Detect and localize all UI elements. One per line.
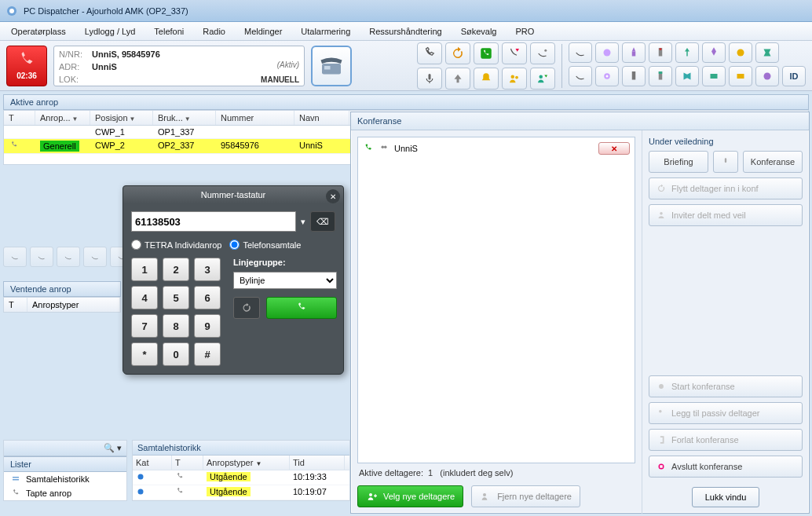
phone-icon [10, 489, 21, 498]
grid-tool-5[interactable] [675, 42, 699, 63]
briefing-button[interactable]: Briefing [649, 151, 708, 173]
grid-tool-7[interactable] [729, 42, 752, 63]
hist-col-type[interactable]: Anropstyper ▼ [203, 456, 290, 470]
invite-participant-button[interactable]: Inviter delt med veil [649, 204, 803, 226]
dialer-number-input[interactable] [131, 211, 296, 232]
grid-tool-11[interactable] [622, 66, 646, 86]
hist-col-kat[interactable]: Kat [133, 456, 172, 470]
waiting-col-type[interactable]: Anropstyper [27, 298, 120, 312]
col-anrop[interactable]: Anrop...▼ [35, 111, 90, 125]
call-info-row: 02:36 N/NR:UnniS, 95845976 ADR:UnniS LOK… [0, 41, 812, 91]
grid-tool-14[interactable] [702, 66, 726, 86]
strip-btn-3[interactable] [57, 247, 80, 267]
tool-bell[interactable] [474, 68, 499, 90]
key-5[interactable]: 5 [163, 286, 189, 309]
dialer-refresh[interactable] [233, 297, 260, 319]
key-4[interactable]: 4 [131, 286, 158, 309]
end-conference-button[interactable]: Avslutt konferanse [649, 456, 803, 478]
menu-lydlogg[interactable]: Lydlogg / Lyd [79, 25, 142, 38]
key-9[interactable]: 9 [194, 314, 221, 338]
add-passive-button[interactable]: Legg til passiv deltager [649, 402, 803, 424]
close-window-button[interactable]: Lukk vindu [692, 487, 760, 507]
participant-row[interactable]: UnniS ✕ [361, 141, 631, 156]
grid-tool-3[interactable] [622, 42, 646, 63]
col-navn[interactable]: Navn [294, 111, 349, 125]
key-2[interactable]: 2 [163, 258, 189, 281]
menu-ressurs[interactable]: Ressurshåndtering [363, 25, 448, 38]
dialer-backspace[interactable]: ⌫ [310, 211, 335, 232]
grid-tool-4[interactable] [649, 42, 672, 63]
remove-participant[interactable]: ✕ [598, 142, 630, 155]
col-pos[interactable]: Posisjon▼ [90, 111, 153, 125]
phone-icon [9, 141, 20, 150]
key-0[interactable]: 0 [163, 342, 189, 366]
id-button[interactable]: ID [782, 66, 806, 86]
caller-nnr: UnniS, 95845976 [92, 48, 160, 60]
linegroup-select[interactable]: Bylinje [233, 272, 337, 289]
menu-radio[interactable]: Radio [196, 25, 232, 38]
menu-pro[interactable]: PRO [509, 25, 540, 38]
grid-tool-13[interactable] [675, 66, 699, 86]
history-row[interactable]: Utgående 10:19:07 [133, 485, 349, 500]
tool-up[interactable] [445, 68, 470, 90]
strip-btn-2[interactable] [30, 247, 53, 267]
grid-tool-16[interactable] [755, 66, 779, 86]
menu-telefoni[interactable]: Telefoni [148, 25, 190, 38]
konferanse-button[interactable]: Konferanse [743, 151, 803, 173]
dialer-close-button[interactable]: ✕ [326, 189, 340, 203]
mic-button[interactable] [713, 151, 738, 173]
active-call-badge[interactable]: 02:36 [6, 46, 47, 86]
menu-utalarmering[interactable]: Utalarmering [294, 25, 357, 38]
tool-phone-hand[interactable] [530, 42, 555, 64]
key-hash[interactable]: # [194, 342, 221, 366]
key-1[interactable]: 1 [131, 258, 158, 281]
history-row[interactable]: Utgående 10:19:33 [133, 470, 349, 485]
grid-tool-12[interactable] [649, 66, 672, 86]
key-6[interactable]: 6 [194, 286, 221, 309]
grid-tool-8[interactable] [755, 42, 779, 63]
menu-sokevalg[interactable]: Søkevalg [455, 25, 503, 38]
dialer-call-button[interactable] [266, 297, 337, 319]
key-star[interactable]: * [131, 342, 158, 366]
grid-tool-10[interactable] [595, 66, 619, 86]
strip-btn-4[interactable] [83, 247, 107, 267]
hist-col-tid[interactable]: Tid [290, 456, 345, 470]
tool-people-green[interactable] [530, 68, 555, 90]
grid-tool-2[interactable] [595, 42, 619, 63]
list-item[interactable]: Samtalehistorikk [4, 472, 126, 486]
col-bruk[interactable]: Bruk...▼ [153, 111, 216, 125]
key-8[interactable]: 8 [163, 314, 189, 338]
start-conference-button[interactable]: Start konferanse [649, 375, 803, 397]
move-participant-button[interactable]: Flytt deltager inn i konf [649, 177, 803, 199]
hist-col-t[interactable]: T [172, 456, 203, 470]
key-7[interactable]: 7 [131, 314, 158, 338]
person-plus-icon [656, 408, 667, 419]
list-item[interactable]: Tapte anrop [4, 486, 126, 500]
menu-meldinger[interactable]: Meldinger [238, 25, 288, 38]
col-t[interactable]: T [4, 111, 35, 125]
menu-operatorplass[interactable]: Operatørplass [5, 25, 72, 38]
search-icon[interactable]: 🔍 ▾ [104, 443, 122, 453]
tool-refresh[interactable] [445, 42, 470, 64]
key-3[interactable]: 3 [194, 258, 221, 281]
grid-tool-1[interactable] [569, 42, 592, 63]
radio-telefon[interactable]: Telefonsamtale [229, 240, 301, 250]
tool-phone-green[interactable] [474, 42, 499, 64]
tool-people[interactable] [502, 68, 527, 90]
svg-rect-32 [660, 465, 663, 468]
call-timer: 02:36 [16, 71, 37, 80]
grid-tool-6[interactable] [702, 42, 726, 63]
grid-tool-9[interactable] [569, 66, 592, 86]
grid-tool-15[interactable] [729, 66, 752, 86]
radio-tetra[interactable]: TETRA Individanrop [131, 240, 221, 250]
select-participants-button[interactable]: Velg nye deltagere [357, 485, 463, 507]
strip-btn-1[interactable] [3, 247, 27, 267]
phone-device-button[interactable] [311, 46, 352, 86]
tool-phone-grey[interactable] [417, 42, 442, 64]
col-num[interactable]: Nummer [216, 111, 294, 125]
tool-mic[interactable] [417, 68, 442, 90]
remove-participants-button[interactable]: Fjern nye deltagere [471, 485, 580, 507]
waiting-col-t[interactable]: T [4, 298, 27, 312]
tool-phone-arrow[interactable] [502, 42, 527, 64]
leave-conference-button[interactable]: Forlat konferanse [649, 429, 803, 451]
